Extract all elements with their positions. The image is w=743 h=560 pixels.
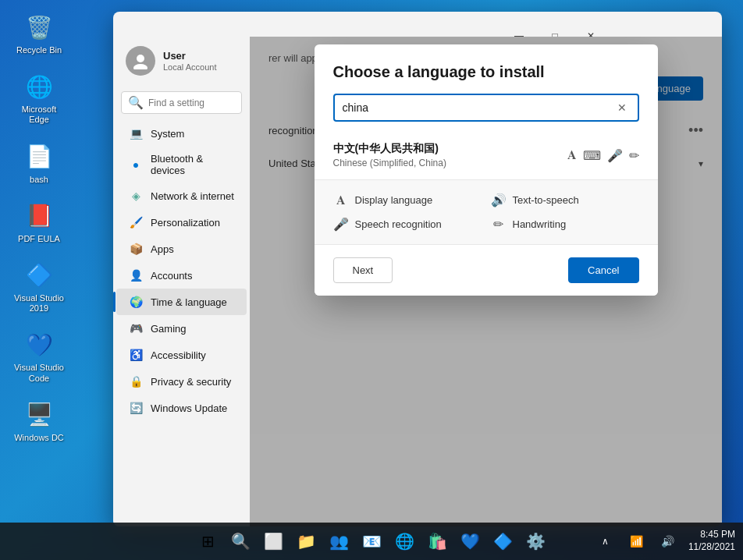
feature-handwriting: ✏ Handwriting — [491, 217, 639, 232]
desktop-icon-bash[interactable]: 📄 bash — [8, 137, 70, 189]
display-language-icon: 𝐀 — [333, 193, 349, 207]
taskbar-start-button[interactable]: ⊞ — [194, 527, 222, 555]
taskbar-file-explorer-button[interactable]: 📁 — [292, 527, 320, 555]
vscode-icon: 💙 — [23, 329, 55, 360]
sidebar-item-label: Accessibility — [151, 349, 206, 361]
sidebar-nav-item-accessibility[interactable]: ♿ Accessibility — [116, 342, 247, 368]
language-name-english: Chinese (Simplified, China) — [333, 158, 446, 168]
taskbar-center: ⊞ 🔍 ⬜ 📁 👥 📧 🌐 🛍️ 💙 🔷 ⚙️ — [194, 527, 549, 555]
speech-cap-icon: 🎤 — [607, 148, 623, 163]
sidebar-item-label: Network & internet — [151, 190, 234, 202]
desktop-icon-recycle-bin[interactable]: 🗑️ Recycle Bin — [8, 8, 70, 59]
personalization-icon: 🖌️ — [129, 215, 143, 229]
sidebar-item-label: System — [151, 128, 184, 140]
text-to-speech-icon: 🔊 — [491, 193, 507, 207]
language-result-list: 中文(中华人民共和国) Chinese (Simplified, China) … — [315, 131, 658, 180]
vs2019-icon: 🔷 — [23, 260, 55, 291]
settings-search-box[interactable]: 🔍 — [121, 91, 242, 114]
speech-recognition-label: Speech recognition — [355, 218, 442, 230]
desktop-icon-edge[interactable]: 🌐 Microsoft Edge — [8, 67, 70, 129]
language-result-item[interactable]: 中文(中华人民共和国) Chinese (Simplified, China) … — [315, 131, 658, 179]
modal-title: Choose a language to install — [333, 63, 639, 81]
sidebar-nav-item-accounts[interactable]: 👤 Accounts — [116, 262, 247, 289]
feature-display-language: 𝐀 Display language — [333, 193, 482, 207]
sidebar-nav-item-apps[interactable]: 📦 Apps — [116, 236, 247, 262]
desktop-icon-pdf[interactable]: 📕 PDF EULA — [8, 197, 70, 248]
desktop-icons: 🗑️ Recycle Bin 🌐 Microsoft Edge 📄 bash 📕… — [8, 8, 70, 447]
desktop-icon-vscode[interactable]: 💙 Visual Studio Code — [8, 325, 70, 387]
search-clear-button[interactable]: ✕ — [614, 100, 630, 115]
language-name-chinese: 中文(中华人民共和国) — [333, 142, 446, 156]
sidebar-nav-item-windows-update[interactable]: 🔄 Windows Update — [116, 395, 247, 421]
sidebar-item-label: Time & language — [151, 296, 227, 308]
taskbar-search-button[interactable]: 🔍 — [226, 527, 254, 555]
taskbar-teams-button[interactable]: 👥 — [325, 527, 353, 555]
taskbar-vs-button[interactable]: 🔷 — [489, 527, 517, 555]
settings-main-content: rer will appear in this + Add a language… — [250, 37, 722, 526]
sidebar-user[interactable]: User Local Account — [113, 37, 250, 85]
recycle-bin-icon: 🗑️ — [23, 12, 55, 43]
sidebar-item-label: Apps — [151, 243, 174, 255]
taskbar-chevron-up-button[interactable]: ∧ — [592, 527, 620, 555]
handwriting-icon: ✏ — [491, 217, 507, 232]
taskbar: ⊞ 🔍 ⬜ 📁 👥 📧 🌐 🛍️ 💙 🔷 ⚙️ ∧ 📶 🔊 8:45 PM 11… — [0, 523, 743, 560]
cancel-button[interactable]: Cancel — [568, 257, 638, 283]
sidebar-nav-item-time[interactable]: 🌍 Time & language — [116, 289, 247, 315]
edge-icon: 🌐 — [23, 71, 55, 102]
next-button[interactable]: Next — [333, 257, 393, 283]
user-account-type: Local Account — [163, 62, 217, 72]
pdf-icon: 📕 — [23, 200, 55, 232]
modal-header: Choose a language to install ✕ — [315, 44, 658, 131]
keyboard-cap-icon: ⌨ — [583, 148, 601, 163]
sidebar-item-label: Personalization — [151, 217, 220, 229]
desktop-icon-windc[interactable]: 🖥️ Windows DC — [8, 395, 70, 447]
vs2019-label: Visual Studio 2019 — [12, 293, 66, 314]
windc-label: Windows DC — [14, 433, 64, 443]
sidebar-nav-item-network[interactable]: ◈ Network & internet — [116, 183, 247, 209]
desktop: 🗑️ Recycle Bin 🌐 Microsoft Edge 📄 bash 📕… — [0, 0, 743, 560]
settings-search-input[interactable] — [148, 97, 250, 108]
taskbar-clock[interactable]: 8:45 PM 11/28/2021 — [688, 529, 735, 553]
bash-icon: 📄 — [23, 141, 55, 172]
choose-language-modal: Choose a language to install ✕ 中文(中华人民共和… — [315, 44, 658, 296]
language-features-section: 𝐀 Display language 🔊 Text-to-speech 🎤 Sp… — [315, 180, 658, 245]
sidebar-nav-item-privacy[interactable]: 🔒 Privacy & security — [116, 368, 247, 395]
taskbar-date: 11/28/2021 — [688, 541, 735, 554]
bash-label: bash — [30, 175, 48, 185]
sidebar-nav-item-system[interactable]: 💻 System — [116, 120, 247, 147]
language-search-bar[interactable]: ✕ — [333, 94, 639, 122]
accessibility-icon: ♿ — [129, 348, 143, 362]
taskbar-edge-button[interactable]: 🌐 — [390, 527, 418, 555]
recycle-bin-label: Recycle Bin — [16, 45, 62, 55]
sidebar-nav-item-bluetooth[interactable]: ● Bluetooth & devices — [116, 147, 247, 183]
user-name: User — [163, 50, 217, 62]
language-modal-overlay: Choose a language to install ✕ 中文(中华人民共和… — [250, 37, 722, 526]
user-info: User Local Account — [163, 50, 217, 72]
taskbar-mail-button[interactable]: 📧 — [357, 527, 386, 555]
desktop-icon-vs2019[interactable]: 🔷 Visual Studio 2019 — [8, 256, 70, 317]
modal-footer: Next Cancel — [315, 245, 658, 296]
text-to-speech-label: Text-to-speech — [513, 194, 579, 206]
sidebar-item-label: Accounts — [151, 270, 192, 282]
taskbar-taskview-button[interactable]: ⬜ — [259, 527, 287, 555]
pdf-label: PDF EULA — [18, 234, 60, 244]
windc-icon: 🖥️ — [23, 399, 55, 431]
taskbar-right: ∧ 📶 🔊 8:45 PM 11/28/2021 — [592, 527, 735, 555]
taskbar-store-button[interactable]: 🛍️ — [423, 527, 451, 555]
taskbar-system-icons: ∧ 📶 🔊 — [592, 527, 682, 555]
taskbar-network-icon[interactable]: 📶 — [623, 527, 651, 555]
sidebar-item-label: Windows Update — [151, 402, 227, 414]
taskbar-volume-icon[interactable]: 🔊 — [654, 527, 682, 555]
sidebar-nav-item-personalization[interactable]: 🖌️ Personalization — [116, 209, 247, 236]
feature-speech-recognition: 🎤 Speech recognition — [333, 217, 482, 232]
apps-icon: 📦 — [129, 242, 143, 256]
vscode-label: Visual Studio Code — [12, 363, 66, 383]
system-icon: 💻 — [129, 126, 143, 140]
taskbar-settings-button[interactable]: ⚙️ — [521, 527, 549, 555]
sidebar-nav-item-gaming[interactable]: 🎮 Gaming — [116, 315, 247, 342]
svg-point-1 — [133, 64, 148, 69]
sidebar-item-label: Privacy & security — [151, 376, 231, 388]
language-search-input[interactable] — [343, 101, 608, 114]
taskbar-vscode-button[interactable]: 💙 — [456, 527, 484, 555]
settings-window: — □ ✕ User Local Account — [113, 12, 722, 526]
